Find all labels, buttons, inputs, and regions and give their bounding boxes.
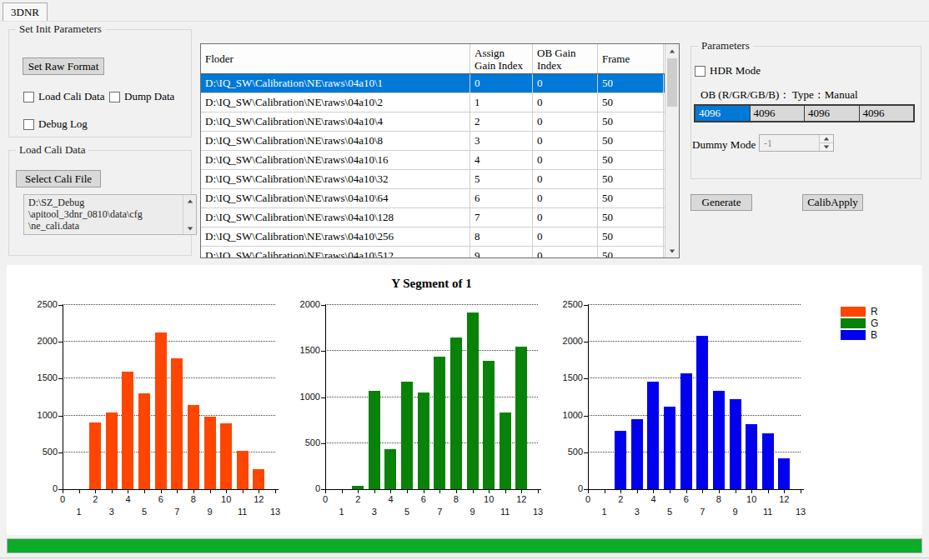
set-raw-format-button[interactable]: Set Raw Format [23,58,104,75]
table-row[interactable]: D:\IQ_SW\Calibration\NE\raws\04a10\32505… [201,170,679,189]
checkbox-box-icon[interactable] [695,66,706,77]
spinner-down-button[interactable] [820,143,833,151]
ob-value-cell[interactable]: 4096 [751,106,806,121]
ob-value-cell[interactable]: 4096 [695,106,751,121]
checkbox-box-icon[interactable] [23,92,34,102]
table-row[interactable]: D:\IQ_SW\Calibration\NE\raws\04a10\16405… [201,151,679,170]
table-cell: D:\IQ_SW\Calibration\NE\raws\04a10\32 [201,170,470,188]
scroll-up-button[interactable] [665,44,679,58]
x-tick-label: 11 [758,507,778,517]
table-cell: 0 [533,132,598,150]
table-row[interactable]: D:\IQ_SW\Calibration\NE\raws\04a10\83050 [201,132,679,151]
checkbox-box-icon[interactable] [109,92,120,102]
tab-label: 3DNR [11,6,39,19]
table-header-cell[interactable]: Floder [201,44,470,73]
scroll-down-button[interactable] [665,244,679,258]
x-tick-label: 4 [643,494,663,504]
gridline [588,378,801,378]
cali-file-path-listbox[interactable]: D:\SZ_Debug \apitool_3dnr_0810\data\cfg … [23,194,197,235]
scrollbar-thumb[interactable] [667,58,677,107]
b-bar [762,433,774,489]
table-cell: 0 [533,93,598,112]
b-bar [746,424,757,489]
table-row[interactable]: D:\IQ_SW\Calibration\NE\raws\04a10\64605… [201,189,679,208]
scroll-up-button[interactable] [183,195,196,207]
x-tick-label: 9 [726,507,746,517]
table-cell: 50 [598,247,664,258]
table-row[interactable]: D:\IQ_SW\Calibration\NE\raws\04a10\25680… [201,228,679,247]
x-tick [653,490,654,493]
up-arrow-icon [824,138,829,141]
table-row[interactable]: D:\IQ_SW\Calibration\NE\raws\04a10\21050 [201,93,679,112]
ob-value-cell[interactable]: 4096 [860,106,914,121]
select-cali-file-button[interactable]: Select Cali File [16,170,101,188]
x-tick-label: 7 [692,507,712,517]
spinner-buttons[interactable] [819,135,833,151]
chart-b: 05001000150020002500012345678910111213 [7,265,922,535]
checkbox-dump-data[interactable]: Dump Data [109,91,174,102]
x-tick-label: 6 [676,494,696,504]
legend-item: B [841,330,878,340]
checkbox-hdr-mode[interactable]: HDR Mode [695,65,761,77]
checkbox-debug-log[interactable]: Debug Log [23,118,88,130]
checkbox-box-icon[interactable] [23,119,34,130]
tab-3dnr[interactable]: 3DNR [3,2,48,21]
table-row[interactable]: D:\IQ_SW\Calibration\NE\raws\04a10\51290… [201,247,679,258]
x-tick-label: 2 [610,494,630,504]
tab-strip-divider [0,21,929,22]
table-header-cell[interactable]: Frame [598,44,664,73]
gridline [588,304,801,305]
legend-label: R [871,306,878,318]
down-arrow-icon [670,249,675,252]
app-window: 3DNR Set Init Parameters Set Raw Format … [0,0,929,560]
dummy-mode-spinner[interactable]: -1 [759,134,834,152]
table-cell: 3 [470,132,533,150]
y-tick-label: 1500 [545,372,583,382]
x-tick-label: 10 [741,494,761,504]
scroll-down-button[interactable] [183,222,196,234]
table-row[interactable]: D:\IQ_SW\Calibration\NE\raws\04a10\42050 [201,112,679,132]
down-arrow-icon [824,146,829,149]
x-tick [736,490,736,493]
spinner-up-button[interactable] [820,135,833,143]
group-title: Parameters [698,39,753,52]
folder-table: FloderAssign Gain IndexOB Gain IndexFram… [200,43,680,258]
checkbox-load-cali-data[interactable]: Load Cali Data [23,91,104,102]
group-load-cali-data: Load Cali Data Select Cali File D:\SZ_De… [8,150,192,256]
progress-fill [8,539,921,552]
legend-label: B [871,329,877,341]
b-bar [778,458,790,489]
group-set-init-parameters: Set Init Parameters Set Raw Format Load … [8,29,192,138]
up-arrow-icon [670,49,675,52]
table-row[interactable]: D:\IQ_SW\Calibration\NE\raws\04a10\10050 [201,74,679,93]
file-path-line: D:\SZ_Debug [28,197,181,208]
table-cell: 1 [470,93,533,112]
table-cell: D:\IQ_SW\Calibration\NE\raws\04a10\4 [201,112,470,131]
group-title: Set Init Parameters [16,22,105,36]
file-path-line: \apitool_3dnr_0810\data\cfg [28,208,181,220]
table-cell: 50 [598,151,664,169]
listbox-scrollbar[interactable] [183,195,196,234]
table-cell: 50 [598,170,664,188]
legend-swatch-r [841,307,866,317]
table-header-cell[interactable]: Assign Gain Index [470,44,533,73]
x-tick-label: 3 [627,507,647,517]
table-cell: D:\IQ_SW\Calibration\NE\raws\04a10\16 [201,151,470,169]
table-scrollbar[interactable] [665,44,679,258]
table-cell: 0 [533,208,598,227]
chart-panel: Y Segment of 1 0500100015002000250001234… [7,265,922,535]
x-tick [702,490,703,493]
table-header-cell[interactable]: OB Gain Index [533,44,598,73]
y-tick-label: 2000 [545,336,583,346]
checkbox-label: Load Cali Data [38,90,104,103]
calib-apply-button[interactable]: CalibApply [802,194,863,211]
table-cell: 50 [598,228,664,246]
ob-value-cell[interactable]: 4096 [805,106,860,121]
generate-button[interactable]: Generate [690,194,752,211]
table-cell: D:\IQ_SW\Calibration\NE\raws\04a10\64 [201,189,470,208]
x-tick-label: 8 [709,494,729,504]
x-tick [605,490,605,493]
table-cell: 0 [533,228,598,246]
table-row[interactable]: D:\IQ_SW\Calibration\NE\raws\04a10\12870… [201,208,679,228]
table-cell: 0 [533,151,598,169]
